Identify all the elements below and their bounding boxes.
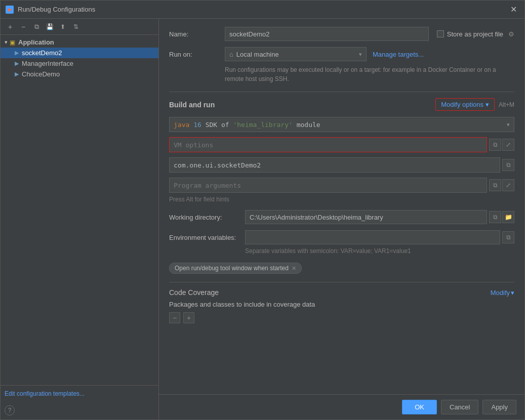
sort-config-button[interactable]: ⇅	[70, 21, 82, 32]
modify-options-button[interactable]: Modify options ▾	[435, 98, 495, 111]
manage-targets-link[interactable]: Manage targets...	[373, 51, 424, 58]
help-button[interactable]: ?	[5, 405, 15, 415]
gear-icon[interactable]: ⚙	[508, 30, 514, 38]
copy-env-icon[interactable]: ⧉	[502, 231, 514, 243]
chevron-down-icon: ▾	[511, 289, 514, 297]
working-dir-input[interactable]	[245, 210, 487, 224]
apply-button[interactable]: Apply	[482, 400, 516, 414]
shortcut-label: Alt+M	[499, 101, 514, 108]
config-icon: ▶	[15, 71, 19, 77]
field-hint: Press Alt for field hints	[169, 196, 514, 203]
env-vars-input[interactable]	[245, 230, 500, 244]
coverage-title: Code Coverage	[169, 288, 219, 297]
copy-args-icon[interactable]: ⧉	[489, 179, 501, 191]
remove-tag-button[interactable]: ✕	[292, 265, 296, 272]
chevron-down-icon: ▾	[486, 101, 489, 108]
chevron-down-icon: ▾	[507, 121, 510, 128]
coverage-modify-button[interactable]: Modify ▾	[491, 289, 514, 297]
move-config-button[interactable]: ⬆	[57, 21, 68, 32]
close-button[interactable]: ✕	[507, 4, 519, 16]
add-config-button[interactable]: +	[5, 21, 16, 32]
tree-item-socketdemo2[interactable]: ▶ socketDemo2	[1, 48, 158, 58]
save-config-button[interactable]: 💾	[44, 21, 55, 32]
open-tool-window-tag: Open run/debug tool window when started …	[169, 263, 302, 274]
run-on-label: Run on:	[169, 51, 225, 58]
build-run-title: Build and run	[169, 101, 215, 109]
copy-class-icon[interactable]: ⧉	[502, 159, 514, 171]
main-class-input[interactable]	[169, 157, 500, 173]
app-icon: ▶	[6, 6, 14, 14]
name-input[interactable]	[225, 27, 429, 41]
chevron-down-icon: ▾	[359, 51, 362, 58]
tree-item-label: socketDemo2	[22, 49, 62, 57]
tree-item-label: ChoiceDemo	[22, 70, 60, 78]
tree-section-label: Application	[18, 38, 54, 46]
machine-icon: ⌂	[229, 51, 233, 58]
store-project-checkbox[interactable]	[437, 30, 444, 37]
remove-config-button[interactable]: −	[18, 21, 29, 32]
tree-item-label: ManagerInterface	[22, 60, 73, 67]
sdk-dropdown[interactable]: java 16 SDK of 'heima_library' module ▾	[169, 117, 514, 132]
name-label: Name:	[169, 30, 225, 38]
copy-config-button[interactable]: ⧉	[31, 21, 42, 32]
chevron-down-icon: ▾	[5, 39, 8, 46]
expand-args-icon[interactable]: ⤢	[502, 179, 514, 191]
tree-item-choicedemo[interactable]: ▶ ChoiceDemo	[1, 69, 158, 79]
edit-templates-link[interactable]: Edit configuration templates...	[5, 390, 85, 397]
env-sep-hint: Separate variables with semicolon: VAR=v…	[245, 247, 514, 255]
copy-vm-icon[interactable]: ⧉	[489, 139, 501, 151]
program-arguments-input[interactable]	[169, 178, 487, 193]
tree-application-section[interactable]: ▾ ▣ Application	[1, 37, 158, 48]
browse-dir-icon[interactable]: 📁	[502, 211, 514, 223]
store-project-label: Store as project file	[447, 30, 503, 38]
config-icon: ▶	[15, 60, 19, 67]
run-on-value: Local machine	[236, 51, 359, 58]
copy-dir-icon[interactable]: ⧉	[489, 211, 501, 223]
ok-button[interactable]: OK	[402, 400, 437, 414]
add-coverage-button[interactable]: +	[183, 312, 194, 323]
config-icon: ▶	[15, 50, 19, 56]
env-vars-label: Environment variables:	[169, 234, 245, 241]
dialog-title: Run/Debug Configurations	[18, 6, 507, 13]
run-description: Run configurations may be executed local…	[225, 65, 514, 83]
folder-icon: ▣	[10, 39, 15, 46]
tree-item-managerinterface[interactable]: ▶ ManagerInterface	[1, 58, 158, 69]
working-dir-label: Working directory:	[169, 214, 245, 221]
vm-options-input[interactable]	[169, 137, 487, 152]
packages-label: Packages and classes to include in cover…	[169, 301, 514, 308]
cancel-button[interactable]: Cancel	[441, 400, 478, 414]
run-on-dropdown[interactable]: ⌂ Local machine ▾	[225, 47, 367, 61]
expand-vm-icon[interactable]: ⤢	[502, 139, 514, 151]
remove-coverage-button[interactable]: −	[169, 312, 180, 323]
